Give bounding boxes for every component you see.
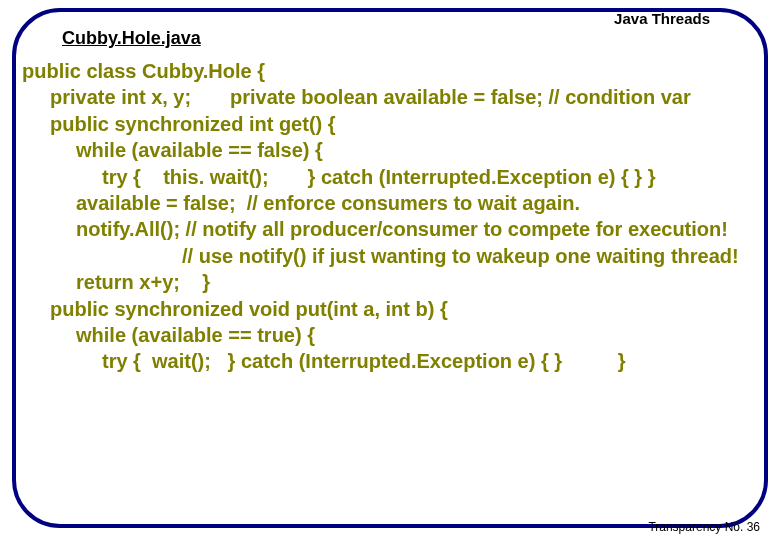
code-line: public synchronized int get() { bbox=[22, 111, 762, 137]
code-line: notify.All(); // notify all producer/con… bbox=[22, 216, 762, 242]
code-line: available = false; // enforce consumers … bbox=[22, 190, 762, 216]
code-line: while (available == true) { bbox=[22, 322, 762, 348]
code-line: private int x, y; private boolean availa… bbox=[22, 84, 762, 110]
code-line: public class Cubby.Hole { bbox=[22, 58, 762, 84]
code-line: try { wait(); } catch (Interrupted.Excep… bbox=[22, 348, 762, 374]
slide-filename: Cubby.Hole.java bbox=[62, 28, 201, 49]
code-line: // use notify() if just wanting to wakeu… bbox=[22, 243, 762, 269]
code-line: while (available == false) { bbox=[22, 137, 762, 163]
code-block: public class Cubby.Hole { private int x,… bbox=[22, 58, 762, 375]
code-line: public synchronized void put(int a, int … bbox=[22, 296, 762, 322]
slide-topic: Java Threads bbox=[614, 10, 710, 27]
code-line: try { this. wait(); } catch (Interrupted… bbox=[22, 164, 762, 190]
transparency-number: Transparency No. 36 bbox=[648, 520, 760, 534]
code-line: return x+y; } bbox=[22, 269, 762, 295]
